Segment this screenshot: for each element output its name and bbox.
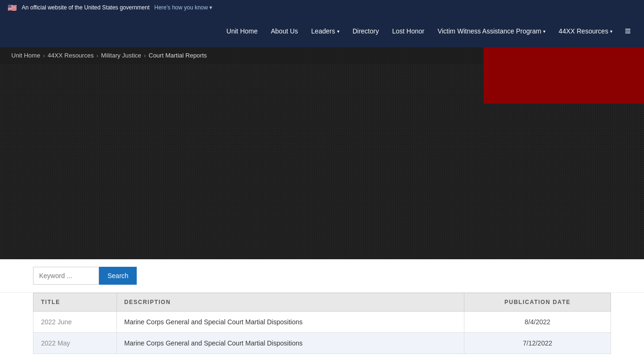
- cell-publication-date: 8/4/2022: [464, 312, 611, 333]
- nav-directory[interactable]: Directory: [346, 15, 386, 47]
- breadcrumb-sep-1: ›: [43, 53, 45, 58]
- chevron-down-icon: ▾: [209, 4, 212, 11]
- table-row: 2022 JuneMarine Corps General and Specia…: [33, 312, 611, 333]
- cell-publication-date: 7/12/2022: [464, 333, 611, 354]
- col-publication-date: PUBLICATION DATE: [464, 293, 611, 312]
- cell-title[interactable]: 2022 June: [33, 312, 117, 333]
- breadcrumb-sep-3: ›: [144, 53, 146, 58]
- cell-description: Marine Corps General and Special Court M…: [116, 333, 464, 354]
- gov-banner: 🇺🇸 An official website of the United Sta…: [0, 0, 644, 15]
- nav-lost-honor[interactable]: Lost Honor: [386, 15, 431, 47]
- victim-witness-chevron-icon: ▾: [543, 29, 545, 34]
- red-accent-block: [484, 47, 644, 104]
- main-nav: Unit Home About Us Leaders ▾ Directory L…: [0, 15, 644, 47]
- content-area: Search TITLE DESCRIPTION PUBLICATION DAT…: [0, 259, 644, 362]
- cell-description: Marine Corps General and Special Court M…: [116, 312, 464, 333]
- nav-about-us[interactable]: About Us: [264, 15, 305, 47]
- resources-chevron-icon: ▾: [610, 29, 612, 34]
- table-container: TITLE DESCRIPTION PUBLICATION DATE 2022 …: [0, 293, 644, 362]
- reports-table: TITLE DESCRIPTION PUBLICATION DATE 2022 …: [33, 293, 611, 354]
- nav-unit-home[interactable]: Unit Home: [220, 15, 264, 47]
- how-you-know-link[interactable]: Here's how you know ▾: [154, 4, 212, 11]
- breadcrumb-current: Court Martial Reports: [149, 52, 207, 59]
- nav-leaders[interactable]: Leaders ▾: [305, 15, 346, 47]
- leaders-chevron-icon: ▾: [337, 29, 339, 34]
- search-input[interactable]: [33, 267, 99, 285]
- col-description: DESCRIPTION: [116, 293, 464, 312]
- nav-victim-witness[interactable]: Victim Witness Assistance Program ▾: [431, 15, 552, 47]
- gov-banner-text: An official website of the United States…: [22, 4, 149, 11]
- table-header-row: TITLE DESCRIPTION PUBLICATION DATE: [33, 293, 611, 312]
- breadcrumb-unit-home[interactable]: Unit Home: [11, 52, 40, 59]
- hamburger-menu-button[interactable]: ≡: [619, 21, 636, 41]
- hero-section: Unit Home › 44XX Resources › Military Ju…: [0, 47, 644, 259]
- breadcrumb-military-justice[interactable]: Military Justice: [101, 52, 141, 59]
- breadcrumb-resources[interactable]: 44XX Resources: [48, 52, 94, 59]
- nav-resources[interactable]: 44XX Resources ▾: [552, 15, 619, 47]
- col-title: TITLE: [33, 293, 117, 312]
- breadcrumb-sep-2: ›: [97, 53, 99, 58]
- table-row: 2022 MayMarine Corps General and Special…: [33, 333, 611, 354]
- search-button[interactable]: Search: [99, 267, 137, 285]
- flag-icon: 🇺🇸: [8, 4, 17, 11]
- breadcrumb: Unit Home › 44XX Resources › Military Ju…: [0, 47, 483, 64]
- cell-title[interactable]: 2022 May: [33, 333, 117, 354]
- search-bar: Search: [0, 259, 644, 293]
